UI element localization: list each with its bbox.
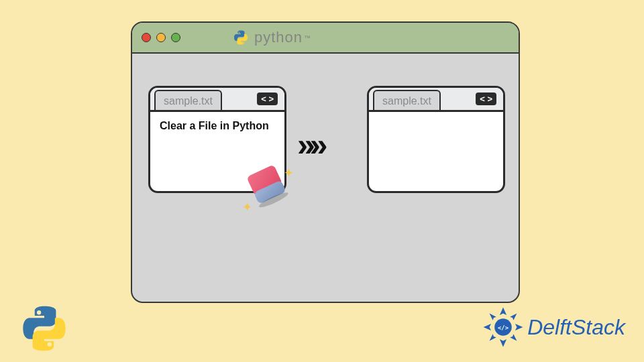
- brand-name: DelftStack: [527, 315, 625, 340]
- maximize-icon[interactable]: [171, 33, 180, 42]
- svg-marker-4: [500, 339, 506, 347]
- svg-marker-9: [490, 334, 496, 341]
- trademark: ™: [304, 34, 311, 42]
- target-file-titlebar: sample.txt < >: [369, 88, 503, 112]
- window-titlebar: python ™: [132, 23, 519, 54]
- sparkle-icon: ✦: [284, 166, 294, 180]
- source-file-tab-label: sample.txt: [164, 95, 213, 107]
- svg-text:</>: </>: [498, 324, 508, 331]
- svg-marker-8: [510, 314, 517, 320]
- svg-marker-6: [515, 324, 523, 330]
- svg-marker-10: [510, 334, 517, 341]
- target-file-tab-label: sample.txt: [382, 95, 431, 107]
- window-title: python ™: [233, 29, 311, 46]
- source-panel-corner: < >: [257, 94, 278, 104]
- source-file-content: Clear a File in Python: [150, 112, 284, 140]
- python-icon: [233, 29, 249, 46]
- delftstack-logo-icon: </>: [482, 306, 525, 349]
- python-logo-icon: [19, 303, 70, 354]
- arrow-icon: »»: [297, 126, 322, 163]
- sparkle-icon: ✦: [242, 200, 252, 215]
- traffic-lights: [142, 33, 180, 42]
- svg-marker-7: [490, 314, 496, 320]
- svg-marker-5: [484, 324, 492, 330]
- code-icon: < >: [257, 93, 278, 105]
- source-file-tab: sample.txt: [154, 90, 222, 110]
- editor-window: python ™ sample.txt < > Clear a File in …: [131, 21, 520, 303]
- source-file-titlebar: sample.txt < >: [150, 88, 284, 112]
- minimize-icon[interactable]: [156, 33, 166, 42]
- target-file-content: [369, 112, 503, 125]
- target-file-panel: sample.txt < >: [367, 86, 505, 193]
- target-panel-corner: < >: [476, 94, 496, 104]
- code-icon: < >: [476, 93, 496, 105]
- brand-badge: </> DelftStack: [482, 306, 625, 349]
- window-body: sample.txt < > Clear a File in Python »»…: [132, 54, 519, 302]
- window-title-text: python: [254, 29, 303, 46]
- close-icon[interactable]: [142, 33, 151, 42]
- target-file-tab: sample.txt: [373, 90, 441, 110]
- svg-marker-3: [500, 308, 506, 316]
